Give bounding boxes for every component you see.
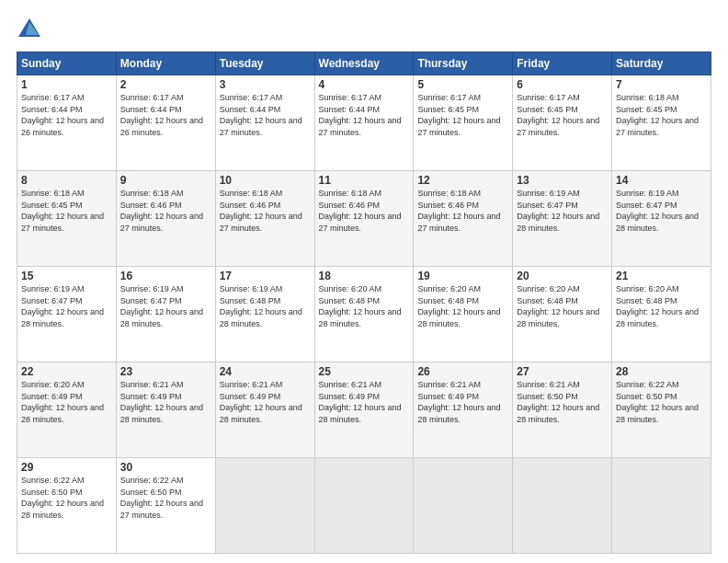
day-info: Sunrise: 6:19 AMSunset: 6:47 PMDaylight:… [120, 283, 211, 329]
calendar-cell: 1Sunrise: 6:17 AMSunset: 6:44 PMDaylight… [17, 75, 117, 171]
calendar-cell [314, 458, 414, 554]
calendar-cell: 23Sunrise: 6:21 AMSunset: 6:49 PMDayligh… [116, 362, 215, 458]
calendar-header-tuesday: Tuesday [215, 52, 314, 75]
day-number: 6 [517, 78, 608, 91]
calendar-cell: 10Sunrise: 6:18 AMSunset: 6:46 PMDayligh… [215, 171, 314, 267]
calendar-cell: 18Sunrise: 6:20 AMSunset: 6:48 PMDayligh… [314, 267, 414, 362]
page: SundayMondayTuesdayWednesdayThursdayFrid… [0, 0, 728, 563]
calendar-cell [414, 458, 513, 554]
day-number: 15 [21, 270, 112, 282]
day-number: 20 [517, 270, 608, 282]
day-info: Sunrise: 6:18 AMSunset: 6:46 PMDaylight:… [319, 188, 410, 234]
day-info: Sunrise: 6:18 AMSunset: 6:46 PMDaylight:… [120, 188, 211, 234]
day-number: 1 [21, 78, 112, 91]
calendar-week-row: 22Sunrise: 6:20 AMSunset: 6:49 PMDayligh… [17, 362, 711, 458]
day-info: Sunrise: 6:21 AMSunset: 6:49 PMDaylight:… [417, 379, 508, 425]
calendar-cell: 14Sunrise: 6:19 AMSunset: 6:47 PMDayligh… [612, 171, 711, 267]
day-info: Sunrise: 6:20 AMSunset: 6:49 PMDaylight:… [21, 379, 112, 425]
day-info: Sunrise: 6:20 AMSunset: 6:48 PMDaylight:… [616, 283, 707, 329]
day-info: Sunrise: 6:21 AMSunset: 6:49 PMDaylight:… [220, 379, 311, 425]
calendar-cell [513, 458, 612, 554]
day-number: 9 [120, 174, 211, 187]
calendar-cell: 17Sunrise: 6:19 AMSunset: 6:48 PMDayligh… [215, 267, 314, 362]
day-info: Sunrise: 6:18 AMSunset: 6:45 PMDaylight:… [21, 188, 112, 234]
calendar-cell: 15Sunrise: 6:19 AMSunset: 6:47 PMDayligh… [17, 267, 117, 362]
day-info: Sunrise: 6:18 AMSunset: 6:46 PMDaylight:… [417, 188, 508, 234]
day-info: Sunrise: 6:20 AMSunset: 6:48 PMDaylight:… [517, 283, 608, 329]
calendar-header-thursday: Thursday [414, 52, 513, 75]
day-info: Sunrise: 6:18 AMSunset: 6:45 PMDaylight:… [616, 92, 707, 138]
day-number: 3 [220, 78, 311, 91]
logo [17, 17, 46, 42]
calendar-cell: 2Sunrise: 6:17 AMSunset: 6:44 PMDaylight… [116, 75, 215, 171]
calendar-cell: 8Sunrise: 6:18 AMSunset: 6:45 PMDaylight… [17, 171, 117, 267]
day-number: 2 [120, 78, 211, 91]
day-info: Sunrise: 6:17 AMSunset: 6:44 PMDaylight:… [21, 92, 112, 138]
header [17, 17, 711, 42]
day-info: Sunrise: 6:17 AMSunset: 6:44 PMDaylight:… [220, 92, 311, 138]
calendar-cell: 30Sunrise: 6:22 AMSunset: 6:50 PMDayligh… [116, 458, 215, 554]
calendar-cell: 25Sunrise: 6:21 AMSunset: 6:49 PMDayligh… [314, 362, 414, 458]
day-info: Sunrise: 6:22 AMSunset: 6:50 PMDaylight:… [120, 475, 211, 521]
day-number: 8 [21, 174, 112, 187]
day-number: 17 [220, 270, 311, 282]
calendar-week-row: 15Sunrise: 6:19 AMSunset: 6:47 PMDayligh… [17, 267, 711, 362]
day-number: 5 [417, 78, 508, 91]
calendar-cell: 29Sunrise: 6:22 AMSunset: 6:50 PMDayligh… [17, 458, 117, 554]
calendar-cell: 5Sunrise: 6:17 AMSunset: 6:45 PMDaylight… [414, 75, 513, 171]
day-info: Sunrise: 6:17 AMSunset: 6:45 PMDaylight:… [417, 92, 508, 138]
calendar-header-row: SundayMondayTuesdayWednesdayThursdayFrid… [17, 52, 711, 75]
day-info: Sunrise: 6:19 AMSunset: 6:48 PMDaylight:… [220, 283, 311, 329]
day-number: 4 [319, 78, 410, 91]
calendar-week-row: 1Sunrise: 6:17 AMSunset: 6:44 PMDaylight… [17, 75, 711, 171]
day-number: 18 [319, 270, 410, 282]
day-info: Sunrise: 6:21 AMSunset: 6:49 PMDaylight:… [319, 379, 410, 425]
calendar-cell: 7Sunrise: 6:18 AMSunset: 6:45 PMDaylight… [612, 75, 711, 171]
calendar-header-monday: Monday [116, 52, 215, 75]
day-info: Sunrise: 6:21 AMSunset: 6:50 PMDaylight:… [517, 379, 608, 425]
calendar-cell: 4Sunrise: 6:17 AMSunset: 6:44 PMDaylight… [314, 75, 414, 171]
day-info: Sunrise: 6:18 AMSunset: 6:46 PMDaylight:… [220, 188, 311, 234]
calendar-cell [612, 458, 711, 554]
calendar-cell: 20Sunrise: 6:20 AMSunset: 6:48 PMDayligh… [513, 267, 612, 362]
calendar-header-friday: Friday [513, 52, 612, 75]
day-number: 30 [120, 461, 211, 474]
calendar-cell: 11Sunrise: 6:18 AMSunset: 6:46 PMDayligh… [314, 171, 414, 267]
calendar-cell: 9Sunrise: 6:18 AMSunset: 6:46 PMDaylight… [116, 171, 215, 267]
calendar-cell: 27Sunrise: 6:21 AMSunset: 6:50 PMDayligh… [513, 362, 612, 458]
day-number: 29 [21, 461, 112, 474]
calendar-cell: 26Sunrise: 6:21 AMSunset: 6:49 PMDayligh… [414, 362, 513, 458]
calendar-cell: 12Sunrise: 6:18 AMSunset: 6:46 PMDayligh… [414, 171, 513, 267]
day-info: Sunrise: 6:19 AMSunset: 6:47 PMDaylight:… [517, 188, 608, 234]
calendar-cell: 19Sunrise: 6:20 AMSunset: 6:48 PMDayligh… [414, 267, 513, 362]
calendar-cell: 6Sunrise: 6:17 AMSunset: 6:45 PMDaylight… [513, 75, 612, 171]
day-number: 21 [616, 270, 707, 282]
calendar-cell: 3Sunrise: 6:17 AMSunset: 6:44 PMDaylight… [215, 75, 314, 171]
day-info: Sunrise: 6:19 AMSunset: 6:47 PMDaylight:… [21, 283, 112, 329]
calendar-cell: 13Sunrise: 6:19 AMSunset: 6:47 PMDayligh… [513, 171, 612, 267]
day-info: Sunrise: 6:21 AMSunset: 6:49 PMDaylight:… [120, 379, 211, 425]
calendar-table: SundayMondayTuesdayWednesdayThursdayFrid… [17, 52, 711, 554]
day-info: Sunrise: 6:19 AMSunset: 6:47 PMDaylight:… [616, 188, 707, 234]
day-number: 11 [319, 174, 410, 187]
day-info: Sunrise: 6:20 AMSunset: 6:48 PMDaylight:… [417, 283, 508, 329]
calendar-header-wednesday: Wednesday [314, 52, 414, 75]
day-info: Sunrise: 6:22 AMSunset: 6:50 PMDaylight:… [616, 379, 707, 425]
day-info: Sunrise: 6:17 AMSunset: 6:44 PMDaylight:… [120, 92, 211, 138]
calendar-cell: 22Sunrise: 6:20 AMSunset: 6:49 PMDayligh… [17, 362, 117, 458]
day-info: Sunrise: 6:22 AMSunset: 6:50 PMDaylight:… [21, 475, 112, 521]
calendar-cell: 16Sunrise: 6:19 AMSunset: 6:47 PMDayligh… [116, 267, 215, 362]
day-info: Sunrise: 6:17 AMSunset: 6:44 PMDaylight:… [319, 92, 410, 138]
day-number: 10 [220, 174, 311, 187]
logo-icon [17, 17, 42, 42]
calendar-cell: 28Sunrise: 6:22 AMSunset: 6:50 PMDayligh… [612, 362, 711, 458]
day-number: 7 [616, 78, 707, 91]
calendar-cell [215, 458, 314, 554]
calendar-header-sunday: Sunday [17, 52, 117, 75]
day-number: 25 [319, 365, 410, 378]
day-number: 22 [21, 365, 112, 378]
calendar-week-row: 29Sunrise: 6:22 AMSunset: 6:50 PMDayligh… [17, 458, 711, 554]
calendar-body: 1Sunrise: 6:17 AMSunset: 6:44 PMDaylight… [17, 75, 711, 554]
calendar-header-saturday: Saturday [612, 52, 711, 75]
calendar-week-row: 8Sunrise: 6:18 AMSunset: 6:45 PMDaylight… [17, 171, 711, 267]
